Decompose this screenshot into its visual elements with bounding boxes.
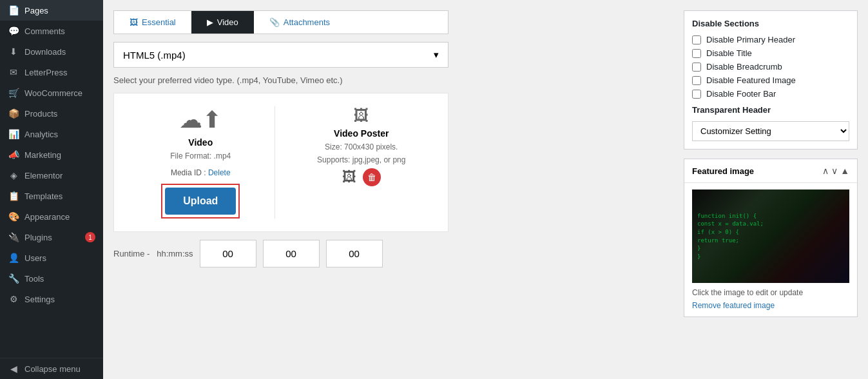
transparent-header-select[interactable]: Customizer Setting [692, 121, 849, 141]
video-type-value: HTML5 (.mp4) [123, 50, 186, 61]
checkbox-disable_primary_header[interactable] [692, 35, 701, 44]
collapse-menu-label: Collapse menu [24, 364, 81, 374]
video-upload-section: ☁⬆ Video File Format: .mp4 Media ID : De… [127, 106, 275, 219]
comments-icon: 💬 [8, 26, 19, 36]
tab-essential[interactable]: 🖼 Essential [114, 11, 191, 34]
templates-icon: 📋 [8, 191, 19, 201]
featured-image-title: Featured image [692, 166, 754, 176]
sidebar: 📄 Pages 💬 Comments ⬇ Downloads ✉ LetterP… [0, 0, 103, 379]
sidebar-item-analytics[interactable]: 📊 Analytics [0, 124, 103, 144]
plugins-icon: 🔌 [8, 232, 19, 242]
sidebar-label-pages: Pages [24, 6, 48, 15]
pages-icon: 📄 [8, 5, 19, 15]
panel-collapse-down-button[interactable]: ∨ [831, 166, 838, 176]
sidebar-item-plugins[interactable]: 🔌 Plugins 1 [0, 227, 103, 248]
sidebar-item-templates[interactable]: 📋 Templates [0, 186, 103, 206]
checkbox-row-disable_primary_header: Disable Primary Header [692, 35, 849, 44]
checkbox-disable_title[interactable] [692, 49, 701, 58]
tools-icon: 🔧 [8, 273, 19, 284]
sidebar-item-woocommerce[interactable]: 🛒 WooCommerce [0, 83, 103, 103]
collapse-icon: ◀ [8, 364, 19, 374]
panel-controls: ∧ ∨ ▲ [822, 166, 849, 176]
users-icon: 👤 [8, 253, 19, 263]
main-content: 🖼 Essential ▶ Video 📎 Attachments HTML5 … [103, 0, 868, 379]
video-type-hint: Select your preferred video type. (.mp4,… [113, 75, 673, 85]
letterpress-icon: ✉ [8, 67, 19, 77]
featured-image-hint: Click the image to edit or update [692, 288, 849, 297]
video-tab-icon: ▶ [207, 17, 213, 27]
sidebar-label-templates: Templates [24, 191, 63, 201]
featured-image-header: Featured image ∧ ∨ ▲ [684, 159, 857, 183]
attachments-tab-icon: 📎 [269, 17, 280, 27]
analytics-icon: 📊 [8, 129, 19, 139]
disable-sections-title: Disable Sections [692, 19, 849, 28]
sidebar-item-letterpress[interactable]: ✉ LetterPress [0, 62, 103, 83]
sidebar-label-users: Users [24, 253, 46, 263]
transparent-header-label: Transparent Header [692, 105, 849, 115]
media-id-row: Media ID : Delete [171, 168, 231, 177]
checkbox-row-disable_featured_image: Disable Featured Image [692, 75, 849, 85]
poster-supports: Supports: jpg,jpeg, or png [317, 155, 405, 164]
sidebar-item-tools[interactable]: 🔧 Tools [0, 268, 103, 289]
settings-icon: ⚙ [8, 294, 19, 304]
remove-featured-image-link[interactable]: Remove featured image [692, 301, 849, 310]
checkbox-label-disable_footer_bar: Disable Footer Bar [706, 89, 776, 99]
tab-attachments[interactable]: 📎 Attachments [254, 11, 345, 34]
sidebar-label-downloads: Downloads [24, 47, 66, 57]
checkbox-row-disable_footer_bar: Disable Footer Bar [692, 89, 849, 99]
cloud-upload-icon: ☁⬆ [179, 106, 222, 133]
checkbox-label-disable_featured_image: Disable Featured Image [706, 75, 796, 85]
checkbox-disable_breadcrumb[interactable] [692, 63, 701, 72]
video-section-label: Video [188, 137, 213, 148]
panel-expand-button[interactable]: ▲ [840, 166, 849, 176]
sidebar-items-list: 📄 Pages 💬 Comments ⬇ Downloads ✉ LetterP… [0, 0, 103, 309]
featured-image-container[interactable]: function init() { const x = data.val; if… [692, 190, 849, 283]
poster-image-icon: 🖼 [354, 106, 369, 124]
runtime-hours-input[interactable] [200, 240, 256, 267]
sidebar-item-downloads[interactable]: ⬇ Downloads [0, 41, 103, 62]
collapse-menu-item[interactable]: ◀ Collapse menu [0, 358, 103, 379]
video-poster-section: 🖼 Video Poster Size: 700x430 pixels. Sup… [275, 106, 436, 219]
chevron-down-icon: ▾ [434, 49, 439, 61]
elementor-icon: ◈ [8, 170, 19, 180]
sidebar-item-elementor[interactable]: ◈ Elementor [0, 165, 103, 186]
sidebar-label-elementor: Elementor [24, 171, 63, 180]
sidebar-item-users[interactable]: 👤 Users [0, 248, 103, 268]
runtime-row: Runtime - hh:mm:ss [113, 240, 673, 267]
sidebar-item-settings[interactable]: ⚙ Settings [0, 289, 103, 309]
panel-collapse-up-button[interactable]: ∧ [822, 166, 829, 176]
sidebar-item-marketing[interactable]: 📣 Marketing [0, 144, 103, 165]
media-delete-link[interactable]: Delete [208, 168, 231, 177]
sidebar-label-woocommerce: WooCommerce [24, 88, 82, 98]
sidebar-item-products[interactable]: 📦 Products [0, 103, 103, 124]
checkbox-row-disable_breadcrumb: Disable Breadcrumb [692, 62, 849, 72]
featured-image-panel: Featured image ∧ ∨ ▲ function init() { c… [684, 159, 858, 317]
products-icon: 📦 [8, 108, 19, 119]
sidebar-label-settings: Settings [24, 295, 55, 304]
poster-actions: 🖼 🗑 [342, 168, 381, 186]
poster-label: Video Poster [334, 128, 389, 139]
poster-delete-button[interactable]: 🗑 [363, 168, 381, 186]
video-type-selector[interactable]: HTML5 (.mp4) ▾ [113, 42, 448, 68]
sidebar-item-comments[interactable]: 💬 Comments [0, 21, 103, 41]
center-panel: 🖼 Essential ▶ Video 📎 Attachments HTML5 … [113, 10, 673, 369]
sidebar-item-pages[interactable]: 📄 Pages [0, 0, 103, 21]
downloads-icon: ⬇ [8, 46, 19, 57]
upload-btn-wrapper: Upload [161, 184, 240, 219]
checkbox-label-disable_primary_header: Disable Primary Header [706, 35, 795, 44]
sidebar-label-plugins: Plugins [24, 233, 52, 242]
upload-button[interactable]: Upload [165, 188, 236, 215]
code-overlay: function init() { const x = data.val; if… [692, 190, 849, 283]
tab-video[interactable]: ▶ Video [191, 11, 254, 34]
poster-upload-icon[interactable]: 🖼 [342, 169, 356, 186]
sidebar-label-analytics: Analytics [24, 130, 58, 139]
checkbox-label-disable_title: Disable Title [706, 48, 752, 58]
runtime-minutes-input[interactable] [263, 240, 320, 267]
checkbox-disable_footer_bar[interactable] [692, 90, 701, 99]
woocommerce-icon: 🛒 [8, 88, 19, 98]
runtime-seconds-input[interactable] [326, 240, 383, 267]
checkbox-disable_featured_image[interactable] [692, 76, 701, 85]
sidebar-item-appearance[interactable]: 🎨 Appearance [0, 206, 103, 227]
sidebar-label-marketing: Marketing [24, 150, 61, 160]
badge-plugins: 1 [85, 232, 95, 242]
